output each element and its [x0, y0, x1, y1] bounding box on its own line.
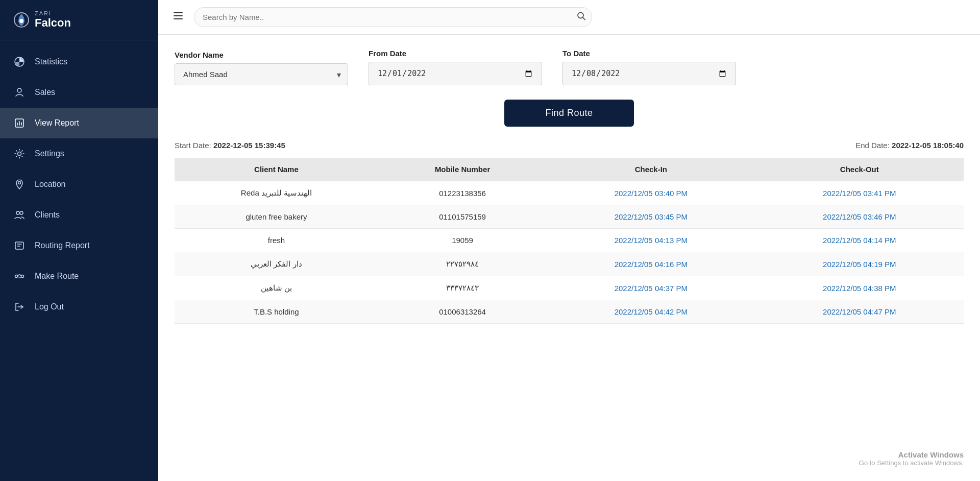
sidebar-item-logout[interactable]: Log Out: [0, 292, 158, 322]
cell-client-name: دار الفكر العربي: [175, 252, 378, 276]
cell-checkin: 2022/12/05 03:45 PM: [547, 205, 755, 229]
vendor-filter-group: Vendor Name Ahmed Saad: [175, 51, 348, 85]
search-button[interactable]: [577, 11, 586, 23]
table-row: fresh 19059 2022/12/05 04:13 PM 2022/12/…: [175, 229, 964, 252]
from-date-input[interactable]: [369, 62, 542, 85]
end-date-display: End Date: 2022-12-05 18:05:40: [855, 141, 964, 150]
sidebar-item-sales[interactable]: Sales: [0, 77, 158, 108]
sidebar-item-clients[interactable]: Clients: [0, 200, 158, 230]
cell-checkin: 2022/12/05 03:40 PM: [547, 181, 755, 205]
svg-point-3: [17, 88, 21, 92]
logo-icon: [12, 11, 31, 29]
settings-icon: [12, 147, 27, 161]
svg-point-5: [18, 152, 21, 156]
to-date-label: To Date: [562, 49, 736, 58]
table-row: gluten free bakery 01101575159 2022/12/0…: [175, 205, 964, 229]
cell-checkin: 2022/12/05 04:42 PM: [547, 300, 755, 324]
table-header: Client Name Mobile Number Check-In Check…: [175, 158, 964, 181]
to-date-filter-group: To Date: [562, 49, 736, 85]
cell-mobile: ٢٢٧٥٢٩٨٤: [378, 252, 547, 276]
cell-client-name: fresh: [175, 229, 378, 252]
filters-row: Vendor Name Ahmed Saad From Date To Date: [175, 49, 964, 85]
cell-client-name: T.B.S holding: [175, 300, 378, 324]
table-body: Reda الهندسية للتبريد 01223138356 2022/1…: [175, 181, 964, 324]
to-date-input[interactable]: [562, 62, 736, 85]
view-report-icon: [12, 116, 27, 130]
end-date-label: End Date:: [855, 141, 890, 150]
sidebar-label-settings: Settings: [35, 149, 64, 158]
sidebar-nav: Statistics Sales View Report: [0, 40, 158, 481]
svg-point-6: [18, 182, 21, 184]
cell-checkout: 2022/12/05 04:47 PM: [755, 300, 964, 324]
table-row: بن شاهين ٣٣٣٧٢٨٤٣ 2022/12/05 04:37 PM 20…: [175, 276, 964, 300]
cell-checkout: 2022/12/05 03:46 PM: [755, 205, 964, 229]
vendor-select-wrapper: Ahmed Saad: [175, 63, 348, 85]
date-range-row: Start Date: 2022-12-05 15:39:45 End Date…: [175, 141, 964, 150]
col-checkin: Check-In: [547, 158, 755, 181]
svg-point-10: [15, 275, 18, 278]
sidebar-item-routing-report[interactable]: Routing Report: [0, 230, 158, 261]
sidebar-label-sales: Sales: [35, 88, 55, 97]
cell-checkout: 2022/12/05 03:41 PM: [755, 181, 964, 205]
table-row: T.B.S holding 01006313264 2022/12/05 04:…: [175, 300, 964, 324]
cell-checkin: 2022/12/05 04:37 PM: [547, 276, 755, 300]
start-date-label: Start Date:: [175, 141, 211, 150]
cell-client-name: بن شاهين: [175, 276, 378, 300]
sidebar-item-statistics[interactable]: Statistics: [0, 46, 158, 77]
cell-mobile: 01101575159: [378, 205, 547, 229]
logout-icon: [12, 300, 27, 314]
sidebar-label-location: Location: [35, 180, 66, 189]
cell-checkin: 2022/12/05 04:16 PM: [547, 252, 755, 276]
statistics-icon: [12, 55, 27, 69]
sidebar-item-settings[interactable]: Settings: [0, 138, 158, 169]
header: [158, 0, 980, 35]
sidebar-label-make-route: Make Route: [35, 272, 79, 281]
logo: ZARI Falcon: [0, 0, 158, 40]
from-date-filter-group: From Date: [369, 49, 542, 85]
cell-checkin: 2022/12/05 04:13 PM: [547, 229, 755, 252]
main-content: Vendor Name Ahmed Saad From Date To Date…: [158, 0, 980, 481]
sidebar-item-make-route[interactable]: Make Route: [0, 261, 158, 292]
report-table: Client Name Mobile Number Check-In Check…: [175, 158, 964, 324]
start-date-value: 2022-12-05 15:39:45: [213, 141, 285, 150]
cell-checkout: 2022/12/05 04:19 PM: [755, 252, 964, 276]
clients-icon: [12, 208, 27, 222]
sidebar: ZARI Falcon Statistics Sal: [0, 0, 158, 481]
cell-mobile: 01223138356: [378, 181, 547, 205]
sales-icon: [12, 85, 27, 100]
svg-point-11: [21, 275, 24, 278]
table-row: دار الفكر العربي ٢٢٧٥٢٩٨٤ 2022/12/05 04:…: [175, 252, 964, 276]
col-client-name: Client Name: [175, 158, 378, 181]
cell-mobile: 19059: [378, 229, 547, 252]
sidebar-item-view-report[interactable]: View Report: [0, 108, 158, 138]
sidebar-label-view-report: View Report: [35, 118, 79, 128]
cell-checkout: 2022/12/05 04:14 PM: [755, 229, 964, 252]
cell-client-name: gluten free bakery: [175, 205, 378, 229]
svg-point-1: [19, 19, 23, 23]
search-input[interactable]: [194, 7, 592, 27]
end-date-value: 2022-12-05 18:05:40: [892, 141, 964, 150]
sidebar-label-clients: Clients: [35, 210, 60, 220]
svg-point-8: [20, 211, 23, 214]
sidebar-item-location[interactable]: Location: [0, 169, 158, 200]
cell-mobile: 01006313264: [378, 300, 547, 324]
sidebar-label-logout: Log Out: [35, 302, 64, 311]
start-date-display: Start Date: 2022-12-05 15:39:45: [175, 141, 285, 150]
hamburger-button[interactable]: [170, 8, 186, 27]
table-row: Reda الهندسية للتبريد 01223138356 2022/1…: [175, 181, 964, 205]
svg-rect-9: [15, 242, 23, 249]
cell-client-name: Reda الهندسية للتبريد: [175, 181, 378, 205]
cell-checkout: 2022/12/05 04:38 PM: [755, 276, 964, 300]
content-area: Vendor Name Ahmed Saad From Date To Date…: [158, 35, 980, 481]
search-container: [194, 7, 592, 27]
from-date-label: From Date: [369, 49, 542, 58]
col-checkout: Check-Out: [755, 158, 964, 181]
svg-point-7: [16, 211, 19, 214]
logo-name: Falcon: [35, 16, 71, 30]
find-route-button[interactable]: Find Route: [504, 100, 633, 127]
make-route-icon: [12, 269, 27, 283]
sidebar-label-routing-report: Routing Report: [35, 241, 90, 250]
vendor-select[interactable]: Ahmed Saad: [175, 63, 348, 85]
col-mobile-number: Mobile Number: [378, 158, 547, 181]
sidebar-label-statistics: Statistics: [35, 57, 67, 66]
